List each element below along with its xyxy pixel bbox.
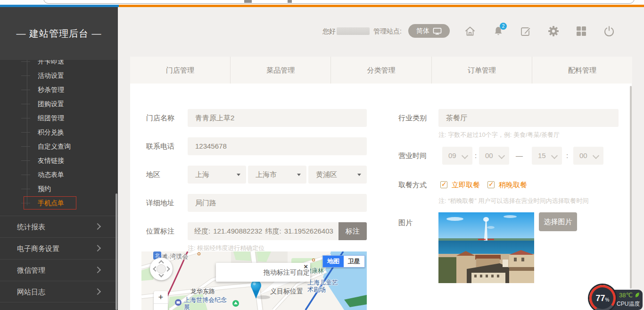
- browser-chrome: [0, 0, 644, 5]
- city-select[interactable]: 上海市: [248, 166, 306, 184]
- satellite-view-button[interactable]: 卫星: [344, 256, 364, 267]
- sidebar-item-youqing[interactable]: 友情链接: [0, 153, 118, 168]
- notifications-button[interactable]: 2: [492, 25, 504, 37]
- cpu-percent-unit: %: [605, 297, 610, 302]
- hours-dash: —: [516, 151, 523, 159]
- province-select[interactable]: 上海: [188, 166, 246, 184]
- zoom-in-button[interactable]: +: [154, 291, 168, 304]
- tabbar: 门店管理 菜品管理 分类管理 订单管理 配料管理: [130, 57, 632, 84]
- tab-category-manage[interactable]: 分类管理: [330, 57, 431, 84]
- store-photo: [438, 212, 534, 283]
- sidebar-item-huodongshezhi[interactable]: 活动设置: [0, 68, 118, 83]
- district-select[interactable]: 黄浦区: [308, 166, 367, 184]
- store-photo-image: [438, 212, 534, 283]
- sidebar-item-zutuan[interactable]: 组团管理: [0, 111, 118, 125]
- close-icon[interactable]: ×: [304, 262, 308, 271]
- image-label: 图片: [398, 218, 413, 227]
- pickup-later-option[interactable]: 稍晚取餐: [499, 181, 527, 190]
- cpu-usage-gauge: 77 %: [589, 285, 616, 310]
- system-monitor-widget[interactable]: 77 % 38℃ CPU温度: [589, 285, 643, 310]
- address-bar-text-fragment: [288, 0, 292, 3]
- industry-input[interactable]: 茶餐厅: [438, 109, 619, 127]
- zoom-out-button[interactable]: −: [154, 304, 168, 310]
- close-hour-select[interactable]: 15: [532, 147, 562, 165]
- mark-location-button[interactable]: 标注: [339, 222, 367, 240]
- home-button[interactable]: [464, 25, 476, 37]
- tab-order-manage[interactable]: 订单管理: [431, 57, 532, 84]
- pickup-note: 注: “稍晚取餐” 用户可以选择在营业时间内选择取餐时间: [438, 197, 589, 205]
- notification-badge: 2: [500, 23, 507, 30]
- sidebar-section-wangzhanrizhi[interactable]: 网站日志: [0, 281, 118, 302]
- longitude-value: 121.490882232: [213, 227, 262, 235]
- marker-tooltip-text: 拖动标注可自定义目标位置: [263, 263, 310, 301]
- cpu-percent: 77: [596, 293, 605, 303]
- logout-button[interactable]: [603, 25, 615, 37]
- pickup-now-checkbox-checked[interactable]: [440, 181, 447, 188]
- accent-bar-orange: [119, 5, 644, 7]
- username-redacted: [337, 27, 370, 35]
- sidebar-item-shoujidiandan-active[interactable]: 手机点单: [0, 196, 118, 210]
- settings-button[interactable]: [547, 25, 560, 37]
- tab-ingredient-manage[interactable]: 配料管理: [532, 57, 632, 84]
- content-scrollbar[interactable]: [630, 86, 632, 289]
- section-label: 统计报表: [17, 223, 45, 231]
- sidebar-item-zidingyi[interactable]: 自定义查询: [0, 139, 118, 153]
- sidebar-item-miaosha[interactable]: 秒杀管理: [0, 83, 118, 97]
- map-widget[interactable]: 外滩·湾璞会 龙华东路 上海世博会纪念展 健康林 上海儿童艺术剧场 北 + − …: [141, 251, 367, 310]
- open-hour-select[interactable]: 09: [442, 147, 472, 165]
- map-view-button[interactable]: 地图: [323, 256, 344, 267]
- chevron-right-icon: [94, 245, 101, 251]
- choose-image-button[interactable]: 选择图片: [539, 212, 577, 231]
- pickup-now-option[interactable]: 立即取餐: [452, 181, 480, 190]
- language-switch-button[interactable]: 简体: [408, 24, 450, 38]
- sidebar-item-tuangou[interactable]: 团购设置: [0, 97, 118, 111]
- region-label: 地区: [146, 170, 160, 179]
- cpu-temp-label: CPU温度: [617, 300, 640, 308]
- temperature-value: 38℃: [619, 292, 633, 299]
- pickup-later-checkbox-checked[interactable]: [487, 181, 495, 188]
- language-label: 简体: [416, 27, 429, 35]
- sidebar-section-dianzishangwu[interactable]: 电子商务设置: [0, 237, 118, 259]
- phone-label: 联系电话: [146, 142, 174, 151]
- sidebar-submenu: 开卡即送 活动设置 秒杀管理 团购设置 组团管理 积分兑换 自定义查询 友情链接…: [0, 60, 118, 216]
- greeting-text: 您好: [322, 27, 336, 36]
- hours-colon: :: [475, 151, 477, 159]
- pan-center-knob[interactable]: [157, 264, 166, 274]
- coordinates-field[interactable]: 经度:121.490882232纬度:31.1952626403: [188, 222, 339, 240]
- chevron-right-icon: [94, 288, 101, 295]
- section-label: 网站日志: [17, 288, 45, 296]
- tab-store-manage[interactable]: 门店管理: [130, 57, 230, 84]
- sidebar-item-dongtai[interactable]: 动态表单: [0, 168, 118, 182]
- hours-colon: :: [566, 151, 568, 159]
- tab-dish-manage[interactable]: 菜品管理: [230, 57, 330, 84]
- sidebar-section-weixin[interactable]: 微信管理: [0, 259, 118, 281]
- location-label: 位置标注: [146, 227, 174, 236]
- compose-button[interactable]: [520, 25, 532, 37]
- chevron-right-icon: [94, 267, 101, 273]
- store-name-input[interactable]: 青青原上草2: [188, 109, 367, 127]
- browser-address-bar[interactable]: [43, 0, 635, 4]
- monitor-icon: [433, 27, 442, 35]
- apps-button[interactable]: [575, 25, 587, 37]
- sidebar-item-jifen[interactable]: 积分兑换: [0, 125, 118, 139]
- phone-input[interactable]: 12345678: [188, 137, 367, 155]
- map-zoom-control: + −: [154, 291, 168, 310]
- map-label-expo: 上海世博会纪念展: [184, 296, 227, 310]
- close-minute-select[interactable]: 00: [573, 147, 603, 165]
- manage-site-label: 管理站点:: [373, 27, 402, 36]
- address-input[interactable]: 局门路: [188, 194, 367, 212]
- sidebar-item-yuyue[interactable]: 预约: [0, 182, 118, 196]
- open-minute-select[interactable]: 00: [479, 147, 509, 165]
- sidebar-section-tongjibaobiao[interactable]: 统计报表: [0, 216, 118, 237]
- sidebar-scrollbar[interactable]: [116, 193, 117, 310]
- form-panel: 门店名称 青青原上草2 联系电话 12345678 地区 上海 上海市 黄浦区 …: [130, 84, 632, 310]
- industry-note: 注: 字数不超过10个字，例: 美食/粤菜/茶餐厅: [438, 131, 560, 139]
- map-label-theater: 上海儿童艺术剧场: [307, 279, 340, 293]
- sidebar-item-kaikajisong[interactable]: 开卡即送: [0, 60, 118, 68]
- sidebar: — 建站管理后台 — 开卡即送 活动设置 秒杀管理 团购设置 组团管理 积分兑换…: [0, 7, 118, 310]
- leaf-icon: [635, 292, 640, 298]
- chevron-right-icon: [94, 223, 101, 230]
- map-pan-control[interactable]: [150, 258, 173, 280]
- map-type-toggle: 地图 卫星: [322, 255, 365, 268]
- app-title: — 建站管理后台 —: [0, 7, 118, 60]
